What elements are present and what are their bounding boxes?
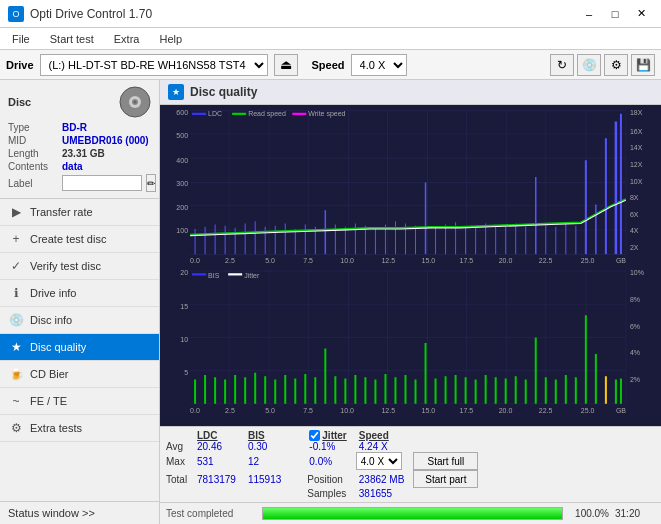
minimize-button[interactable]: –: [577, 5, 601, 23]
sidebar-label-fe-te: FE / TE: [30, 395, 67, 407]
svg-text:BIS: BIS: [208, 270, 219, 279]
speed-select[interactable]: 4.0 X: [351, 54, 407, 76]
svg-text:GB: GB: [616, 405, 626, 414]
jitter-checkbox[interactable]: [309, 430, 320, 441]
sidebar-item-create-test-disc[interactable]: + Create test disc: [0, 226, 159, 253]
sidebar-item-fe-te[interactable]: ~ FE / TE: [0, 388, 159, 415]
max-ldc: 531: [191, 452, 242, 470]
menu-help[interactable]: Help: [155, 31, 186, 47]
label-edit-button[interactable]: ✏: [146, 174, 156, 192]
status-window-button[interactable]: Status window >>: [0, 501, 159, 524]
mid-value: UMEBDR016 (000): [62, 135, 149, 146]
cd-bier-icon: 🍺: [8, 366, 24, 382]
svg-text:5.0: 5.0: [265, 256, 275, 265]
max-jitter: 0.0%: [303, 452, 352, 470]
progress-time: 31:20: [615, 508, 655, 519]
svg-text:6%: 6%: [630, 321, 641, 330]
svg-text:4X: 4X: [630, 226, 639, 235]
start-full-button[interactable]: Start full: [413, 452, 478, 470]
sidebar-item-extra-tests[interactable]: ⚙ Extra tests: [0, 415, 159, 442]
start-part-button[interactable]: Start part: [413, 470, 478, 488]
svg-text:10%: 10%: [630, 268, 644, 277]
maximize-button[interactable]: □: [603, 5, 627, 23]
fe-te-icon: ~: [8, 393, 24, 409]
sidebar-item-disc-info[interactable]: 💿 Disc info: [0, 307, 159, 334]
avg-jitter: -0.1%: [303, 441, 352, 452]
svg-text:12X: 12X: [630, 160, 643, 169]
disc-info-panel: Disc Type BD-R MID UMEBDR016 (000) Lengt…: [0, 80, 159, 199]
drive-label: Drive: [6, 59, 34, 71]
svg-text:15.0: 15.0: [422, 405, 436, 414]
svg-text:0.0: 0.0: [190, 405, 200, 414]
svg-text:22.5: 22.5: [539, 405, 553, 414]
svg-text:2%: 2%: [630, 374, 641, 383]
svg-text:500: 500: [176, 131, 188, 140]
length-label: Length: [8, 148, 58, 159]
sidebar-item-verify-test-disc[interactable]: ✓ Verify test disc: [0, 253, 159, 280]
drive-select[interactable]: (L:) HL-DT-ST BD-RE WH16NS58 TST4: [40, 54, 268, 76]
svg-text:GB: GB: [616, 256, 626, 265]
stats-table: LDC BIS Jitter Speed Avg 20.46 0.30 -0.1…: [166, 430, 481, 499]
svg-text:6X: 6X: [630, 209, 639, 218]
sidebar-label-create-test-disc: Create test disc: [30, 233, 106, 245]
close-button[interactable]: ✕: [629, 5, 653, 23]
config-button[interactable]: ⚙: [604, 54, 628, 76]
verify-test-disc-icon: ✓: [8, 258, 24, 274]
extra-tests-icon: ⚙: [8, 420, 24, 436]
svg-text:Jitter: Jitter: [244, 270, 260, 279]
sidebar-label-disc-quality: Disc quality: [30, 341, 86, 353]
type-label: Type: [8, 122, 58, 133]
avg-label: Avg: [166, 441, 191, 452]
speed-header: Speed: [353, 430, 411, 441]
svg-text:5: 5: [184, 368, 188, 377]
sidebar-label-verify-test-disc: Verify test disc: [30, 260, 101, 272]
sidebar-item-cd-bier[interactable]: 🍺 CD Bier: [0, 361, 159, 388]
svg-text:17.5: 17.5: [460, 405, 474, 414]
progress-percent: 100.0%: [569, 508, 609, 519]
svg-text:600: 600: [176, 108, 188, 117]
sidebar-label-extra-tests: Extra tests: [30, 422, 82, 434]
refresh-button[interactable]: ↻: [550, 54, 574, 76]
total-bis: 115913: [242, 470, 287, 488]
sidebar-item-drive-info[interactable]: ℹ Drive info: [0, 280, 159, 307]
speed-select-control[interactable]: 4.0 X: [356, 452, 402, 470]
svg-text:16X: 16X: [630, 126, 643, 135]
sidebar: Disc Type BD-R MID UMEBDR016 (000) Lengt…: [0, 80, 160, 524]
label-input[interactable]: [62, 175, 142, 191]
svg-point-3: [134, 101, 137, 104]
bis-header: BIS: [242, 430, 287, 441]
save-button[interactable]: 💾: [631, 54, 655, 76]
svg-text:25.0: 25.0: [581, 405, 595, 414]
svg-text:10.0: 10.0: [340, 256, 354, 265]
svg-text:8X: 8X: [630, 193, 639, 202]
progress-bar-inner: [263, 508, 562, 519]
ldc-header: LDC: [191, 430, 242, 441]
max-label: Max: [166, 452, 191, 470]
svg-text:15.0: 15.0: [422, 256, 436, 265]
menu-file[interactable]: File: [8, 31, 34, 47]
sidebar-item-disc-quality[interactable]: ★ Disc quality: [0, 334, 159, 361]
create-test-disc-icon: +: [8, 231, 24, 247]
svg-text:12.5: 12.5: [381, 256, 395, 265]
svg-text:12.5: 12.5: [381, 405, 395, 414]
svg-text:22.5: 22.5: [539, 256, 553, 265]
svg-rect-142: [228, 273, 242, 275]
max-bis: 12: [242, 452, 287, 470]
svg-rect-54: [232, 113, 246, 115]
disc-button[interactable]: 💿: [577, 54, 601, 76]
window-controls: – □ ✕: [577, 5, 653, 23]
disc-quality-header: ★ Disc quality: [160, 80, 661, 105]
svg-text:Read speed: Read speed: [248, 109, 286, 118]
avg-bis: 0.30: [242, 441, 287, 452]
menu-start-test[interactable]: Start test: [46, 31, 98, 47]
svg-text:25.0: 25.0: [581, 256, 595, 265]
eject-button[interactable]: ⏏: [274, 54, 298, 76]
total-label: Total: [166, 470, 191, 488]
sidebar-label-cd-bier: CD Bier: [30, 368, 69, 380]
nav-items: ▶ Transfer rate + Create test disc ✓ Ver…: [0, 199, 159, 442]
menu-extra[interactable]: Extra: [110, 31, 144, 47]
sidebar-item-transfer-rate[interactable]: ▶ Transfer rate: [0, 199, 159, 226]
main-layout: Disc Type BD-R MID UMEBDR016 (000) Lengt…: [0, 80, 661, 524]
svg-text:2.5: 2.5: [225, 405, 235, 414]
drive-bar: Drive (L:) HL-DT-ST BD-RE WH16NS58 TST4 …: [0, 50, 661, 80]
